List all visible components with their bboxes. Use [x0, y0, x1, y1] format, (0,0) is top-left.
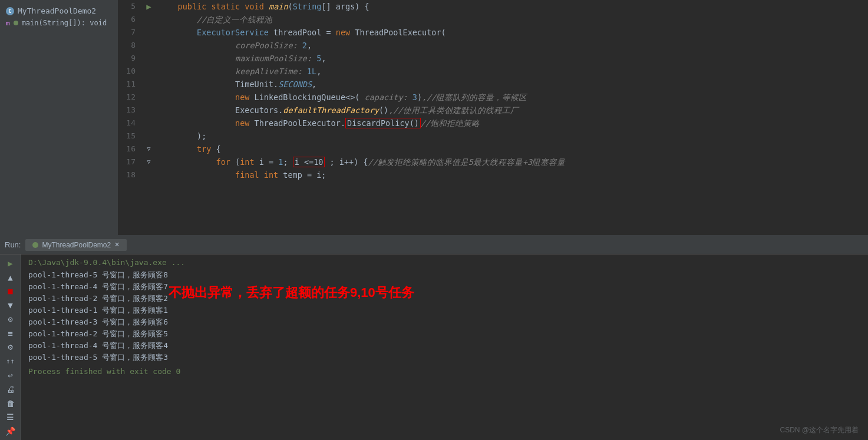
stop-button[interactable]: ■ [4, 286, 17, 297]
output-line-8: pool-1-thread-5 号窗口，服务顾客3 [28, 352, 861, 363]
line-number-7: 7 [118, 26, 141, 39]
output-line-1: pool-1-thread-5 号窗口，服务顾客8 [28, 269, 861, 281]
line-number-8: 8 [118, 39, 141, 52]
line-arrow-18 [141, 168, 156, 181]
line-arrow-13 [141, 104, 156, 117]
line-code-18: final int temp = i; [156, 168, 868, 181]
class-label: MyThreadPoolDemo2 [18, 6, 96, 15]
code-line-13: 13 Executors.defaultThreadFactory(),//使用… [118, 104, 868, 117]
run-label: Run: [5, 240, 21, 249]
run-tab-icon [32, 242, 38, 248]
run-tab-close[interactable]: ✕ [114, 241, 120, 249]
line-arrow-12 [141, 91, 156, 104]
camera-button[interactable]: ⊙ [4, 314, 17, 325]
line-number-17: 17 [118, 156, 141, 168]
line-number-12: 12 [118, 91, 141, 104]
discard-policy-highlight: DiscardPolicy() [345, 118, 421, 128]
list-button[interactable]: ≡ [4, 328, 17, 339]
pin-button[interactable]: 📌 [4, 426, 17, 436]
line-code-11: TimeUnit.SECONDS, [156, 78, 868, 91]
print-button[interactable]: 🖨 [4, 384, 17, 395]
code-line-12: 12 new LinkedBlockingQueue<>( capacity: … [118, 91, 868, 104]
run-tab-name: MyThreadPoolDemo2 [42, 241, 111, 249]
line-arrow-11 [141, 78, 156, 91]
class-icon: C [6, 7, 14, 15]
menu-button[interactable]: ☰ [4, 412, 17, 422]
line-number-16: 16 [118, 143, 141, 156]
line-number-5: 5 [118, 0, 141, 13]
top-panel: C MyThreadPoolDemo2 m main(String[]): vo… [0, 0, 868, 236]
code-line-18: 18 final int temp = i; [118, 168, 868, 181]
line-code-14: new ThreadPoolExecutor.DiscardPolicy()//… [156, 117, 868, 130]
line-number-15: 15 [118, 130, 141, 143]
code-line-10: 10 keepAliveTime: 1L, [118, 65, 868, 78]
line-number-18: 18 [118, 168, 141, 181]
output-line-5: pool-1-thread-3 号窗口，服务顾客6 [28, 316, 861, 328]
line-arrow-8 [141, 39, 156, 52]
line-arrow-9 [141, 52, 156, 65]
line-arrow-6 [141, 13, 156, 26]
output-line-2: pool-1-thread-4 号窗口，服务顾客7 [28, 281, 861, 293]
code-line-7: 7 ExecutorService threadPool = new Threa… [118, 26, 868, 39]
restore-button[interactable]: ↩ [4, 370, 17, 381]
up-button[interactable]: ↑↑ [4, 356, 17, 366]
run-tab[interactable]: MyThreadPoolDemo2 ✕ [25, 239, 127, 251]
line-arrow-5: ▶ [141, 0, 156, 13]
line-number-11: 11 [118, 78, 141, 91]
line-code-16: try { [156, 143, 868, 156]
scroll-down-button[interactable]: ▼ [4, 300, 17, 310]
line-number-14: 14 [118, 117, 141, 130]
line-code-15: ); [156, 130, 868, 143]
output-line-4: pool-1-thread-1 号窗口，服务顾客1 [28, 305, 861, 316]
line-code-13: Executors.defaultThreadFactory(),//使用工具类… [156, 104, 868, 117]
line-code-7: ExecutorService threadPool = new ThreadP… [156, 26, 868, 39]
code-line-17: 17 ▽ for (int i = 1; i <=10 ; i++) {//触发… [118, 156, 868, 168]
line-arrow-17: ▽ [141, 156, 156, 168]
run-output: D:\Java\jdk-9.0.4\bin\java.exe ... pool-… [21, 254, 868, 440]
run-button[interactable]: ▶ [4, 258, 17, 269]
scroll-up-button[interactable]: ▲ [4, 272, 17, 283]
line-number-9: 9 [118, 52, 141, 65]
line-code-10: keepAliveTime: 1L, [156, 65, 868, 78]
watermark: CSDN @这个名字先用着 [780, 425, 859, 435]
method-label: main(String[]): void [22, 19, 107, 27]
line-arrow-14 [141, 117, 156, 130]
run-body: ▶ ▲ ■ ▼ ⊙ ≡ ⚙ ↑↑ ↩ 🖨 🗑 ☰ 📌 D:\Java\jdk-9… [0, 254, 868, 440]
method-icon: m [6, 19, 10, 27]
line-number-10: 10 [118, 65, 141, 78]
process-done: Process finished with exit code 0 [28, 367, 861, 376]
code-line-5: 5 ▶ public static void main(String[] arg… [118, 0, 868, 13]
output-line-3: pool-1-thread-2 号窗口，服务顾客2 [28, 293, 861, 305]
line-code-5: public static void main(String[] args) { [156, 0, 868, 13]
line-number-13: 13 [118, 104, 141, 117]
code-line-15: 15 ); [118, 130, 868, 143]
code-line-6: 6 //自定义一个线程池 [118, 13, 868, 26]
code-editor: 5 ▶ public static void main(String[] arg… [118, 0, 868, 235]
line-arrow-15 [141, 130, 156, 143]
bottom-panel: Run: MyThreadPoolDemo2 ✕ ▶ ▲ ■ ▼ ⊙ ≡ ⚙ ↑… [0, 236, 868, 440]
left-sidebar: C MyThreadPoolDemo2 m main(String[]): vo… [0, 0, 118, 235]
method-item[interactable]: m main(String[]): void [0, 17, 118, 29]
code-line-16: 16 ▽ try { [118, 143, 868, 156]
code-line-14: 14 new ThreadPoolExecutor.DiscardPolicy(… [118, 117, 868, 130]
line-code-17: for (int i = 1; i <=10 ; i++) {//触发拒绝策略的… [156, 156, 868, 168]
run-toolbar: ▶ ▲ ■ ▼ ⊙ ≡ ⚙ ↑↑ ↩ 🖨 🗑 ☰ 📌 [0, 254, 21, 440]
code-content: 5 ▶ public static void main(String[] arg… [118, 0, 868, 181]
delete-button[interactable]: 🗑 [4, 398, 17, 409]
line-arrow-7 [141, 26, 156, 39]
settings-button[interactable]: ⚙ [4, 342, 17, 353]
line-code-12: new LinkedBlockingQueue<>( capacity: 3),… [156, 91, 868, 104]
loop-condition-highlight: i <=10 [293, 157, 325, 167]
line-code-9: maximumPoolSize: 5, [156, 52, 868, 65]
line-arrow-16: ▽ [141, 143, 156, 156]
exe-line: D:\Java\jdk-9.0.4\bin\java.exe ... [28, 258, 861, 267]
class-item[interactable]: C MyThreadPoolDemo2 [0, 5, 118, 17]
output-line-6: pool-1-thread-2 号窗口，服务顾客5 [28, 328, 861, 340]
line-number-6: 6 [118, 13, 141, 26]
output-line-7: pool-1-thread-4 号窗口，服务顾客4 [28, 340, 861, 352]
run-tab-bar: Run: MyThreadPoolDemo2 ✕ [0, 236, 868, 254]
annotation-text: 不抛出异常，丢弃了超额的任务9,10号任务 [169, 284, 414, 302]
line-code-8: corePoolSize: 2, [156, 39, 868, 52]
code-line-8: 8 corePoolSize: 2, [118, 39, 868, 52]
green-dot-icon [14, 21, 18, 25]
